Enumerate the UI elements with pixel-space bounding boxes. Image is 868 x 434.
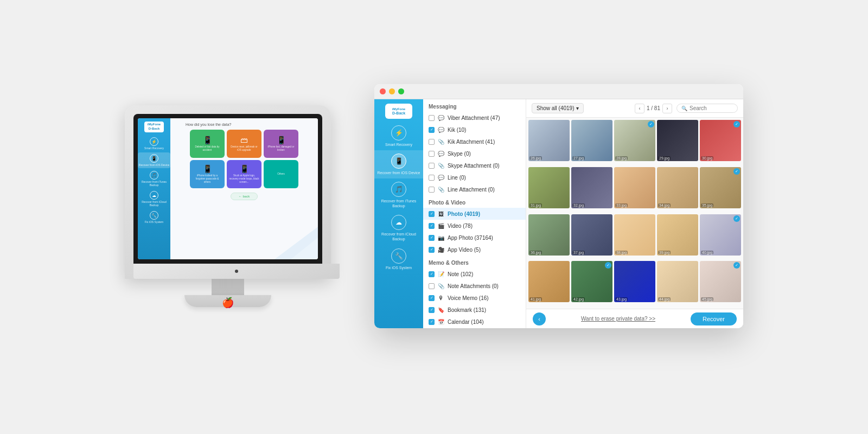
memo-section-header: Memo & Others bbox=[423, 256, 526, 268]
sidebar-item-ios-device[interactable]: 📱 Recover from iOS Device bbox=[138, 152, 170, 168]
back-button[interactable]: ← back bbox=[231, 193, 258, 200]
nav-ios-device[interactable]: 📱 Recover from iOS Device bbox=[374, 150, 423, 178]
ios-device-icon: 📱 bbox=[150, 154, 158, 163]
note-checkbox[interactable] bbox=[429, 271, 435, 277]
fix-ios-icon: 🔧 bbox=[150, 211, 158, 220]
app-photo-checkbox[interactable] bbox=[429, 235, 435, 241]
photo-thumb-38[interactable]: 38.jpg bbox=[614, 214, 655, 256]
tile-reset[interactable]: 🗃 Device reset, jailbreak or iOS upgrade bbox=[227, 130, 261, 158]
category-note-attachments[interactable]: 📎 Note Attachments (0) bbox=[423, 280, 526, 292]
video-checkbox[interactable] bbox=[429, 223, 435, 229]
tile-locked[interactable]: 📱 iPhone locked by a forgotten passcode … bbox=[190, 160, 225, 188]
window-content: iMyFone D-Back ⚡ Smart Recovery 📱 Recove… bbox=[374, 99, 743, 328]
category-app-photo[interactable]: 📷 App Photo (37164) bbox=[423, 232, 526, 244]
category-video[interactable]: 🎬 Video (78) bbox=[423, 220, 526, 232]
prev-page-button[interactable]: ‹ bbox=[635, 104, 644, 113]
question-text: How did you lose the data? bbox=[186, 123, 231, 126]
nav-label: Smart Recovery bbox=[385, 142, 412, 147]
category-kik-attachment[interactable]: 📎 Kik Attachment (41) bbox=[423, 136, 526, 148]
calendar-checkbox[interactable] bbox=[429, 319, 435, 325]
imac-stand-base: 🍎 bbox=[184, 295, 271, 307]
category-voice-memo[interactable]: 🎙 Voice Memo (16) bbox=[423, 292, 526, 304]
photo-thumb-26[interactable]: 26.jpg bbox=[528, 120, 570, 161]
photo-thumb-41[interactable]: 41.jpg bbox=[528, 261, 570, 302]
app-video-checkbox[interactable] bbox=[429, 247, 435, 253]
photo-thumb-44[interactable]: 44.jpg bbox=[657, 261, 698, 302]
note-attachments-label: Note Attachments (0) bbox=[448, 283, 520, 289]
icloud-nav-icon: ☁ bbox=[391, 215, 406, 230]
photo-thumb-30[interactable]: ✓ 30.jpg bbox=[700, 120, 741, 161]
photo-thumb-37[interactable]: 37.jpg bbox=[571, 214, 612, 256]
photo-thumb-36[interactable]: 36.jpg bbox=[528, 214, 570, 256]
line-attachment-checkbox[interactable] bbox=[429, 187, 435, 193]
note-attachments-checkbox[interactable] bbox=[429, 283, 435, 289]
category-line-attachment[interactable]: 📎 Line Attachment (0) bbox=[423, 183, 526, 195]
photo-thumb-28[interactable]: ✓ 28.jpg bbox=[614, 120, 655, 161]
category-photo[interactable]: 🖼 Photo (4019) bbox=[423, 208, 526, 220]
show-all-dropdown[interactable]: Show all (4019) ▾ bbox=[532, 103, 584, 113]
kik-attachment-checkbox[interactable] bbox=[429, 139, 435, 145]
category-line[interactable]: 💬 Line (0) bbox=[423, 171, 526, 183]
tile-stuck[interactable]: 📱 Stuck at Apple logo, recovery mode loo… bbox=[227, 160, 261, 188]
photo-thumb-34[interactable]: 34.jpg bbox=[657, 167, 698, 208]
photo-thumb-35[interactable]: ✓ 35.jpg bbox=[700, 167, 741, 208]
category-kik[interactable]: 💬 Kik (10) bbox=[423, 124, 526, 136]
photo-thumb-32[interactable]: 32.jpg bbox=[571, 167, 612, 208]
decorative-triangle bbox=[275, 227, 318, 259]
viber-checkbox[interactable] bbox=[429, 115, 435, 121]
sidebar-label: Recover from iOS Device bbox=[139, 163, 169, 167]
sidebar-item-smart-recovery[interactable]: ⚡ Smart Recovery bbox=[138, 136, 170, 151]
tile-icon: 📱 bbox=[277, 136, 286, 144]
tile-other[interactable]: Others bbox=[264, 160, 298, 188]
apple-logo: 🍎 bbox=[184, 295, 271, 310]
sidebar-label: Recover from iTunes Backup bbox=[138, 180, 170, 187]
category-note[interactable]: 📝 Note (102) bbox=[423, 268, 526, 280]
photo-thumb-43[interactable]: 43.jpg bbox=[614, 261, 655, 302]
sidebar-item-fix-ios[interactable]: 🔧 Fix iOS System bbox=[138, 209, 170, 225]
tiles-grid: 📱 Deleted or lost data by accident 🗃 Dev… bbox=[190, 130, 298, 188]
category-skype-attachment[interactable]: 📎 Skype Attachment (0) bbox=[423, 159, 526, 171]
photo-check: ✓ bbox=[648, 121, 654, 127]
sidebar-item-itunes[interactable]: 🎵 Recover from iTunes Backup bbox=[138, 169, 170, 188]
photo-filename: 30.jpg bbox=[701, 156, 713, 160]
sidebar-item-icloud[interactable]: ☁ Recover from iCloud Backup bbox=[138, 189, 170, 208]
erase-data-link[interactable]: Want to erase private data? >> bbox=[546, 316, 691, 322]
close-button[interactable] bbox=[380, 88, 386, 94]
line-checkbox[interactable] bbox=[429, 175, 435, 181]
skype-checkbox[interactable] bbox=[429, 151, 435, 157]
photo-thumb-45[interactable]: ✓ 45.jpg bbox=[700, 261, 741, 302]
photo-image bbox=[528, 261, 570, 302]
photo-thumb-31[interactable]: 31.jpg bbox=[528, 167, 570, 208]
photo-thumb-42[interactable]: ✓ 42.jpg bbox=[571, 261, 612, 302]
category-bookmark[interactable]: 🔖 Bookmark (131) bbox=[423, 304, 526, 316]
back-nav-button[interactable]: ‹ bbox=[533, 312, 546, 326]
tile-accident[interactable]: 📱 Deleted or lost data by accident bbox=[190, 130, 225, 158]
kik-checkbox[interactable] bbox=[429, 127, 435, 133]
photo-thumb-29[interactable]: 29.jpg bbox=[657, 120, 698, 161]
skype-attachment-checkbox[interactable] bbox=[429, 163, 435, 169]
category-app-video[interactable]: 🎥 App Video (5) bbox=[423, 244, 526, 256]
photo-thumb-33[interactable]: 33.jpg bbox=[614, 167, 655, 208]
photo-thumb-39[interactable]: 39.jpg bbox=[657, 214, 698, 256]
photo-checkbox[interactable] bbox=[429, 211, 435, 217]
category-reminder[interactable]: ⏰ Reminder (325) bbox=[423, 328, 526, 328]
nav-fix-ios[interactable]: 🔧 Fix iOS System bbox=[374, 245, 423, 273]
nav-icloud[interactable]: ☁ Recover from iCloud Backup bbox=[374, 212, 423, 245]
voice-memo-checkbox[interactable] bbox=[429, 295, 435, 301]
maximize-button[interactable] bbox=[398, 88, 404, 94]
recover-button[interactable]: Recover bbox=[691, 312, 737, 326]
category-viber-attachment[interactable]: 💬 Viber Attachment (47) bbox=[423, 112, 526, 124]
category-calendar[interactable]: 📅 Calendar (104) bbox=[423, 316, 526, 328]
photo-thumb-40[interactable]: ✓ 40.jpg bbox=[700, 214, 741, 256]
category-skype[interactable]: 💬 Skype (0) bbox=[423, 148, 526, 159]
nav-itunes[interactable]: 🎵 Recover from iTunes Backup bbox=[374, 178, 423, 212]
imac-body: iMyFoneD-Back ⚡ Smart Recovery 📱 Recover… bbox=[125, 105, 331, 279]
bookmark-checkbox[interactable] bbox=[429, 307, 435, 313]
photo-thumb-27[interactable]: 27.jpg bbox=[571, 120, 612, 161]
photo-image bbox=[614, 261, 655, 302]
search-input[interactable] bbox=[690, 105, 733, 111]
next-page-button[interactable]: › bbox=[662, 104, 672, 113]
minimize-button[interactable] bbox=[389, 88, 395, 94]
tile-broken[interactable]: 📱 iPhone lost, damaged or broken bbox=[264, 130, 298, 158]
nav-smart-recovery[interactable]: ⚡ Smart Recovery bbox=[374, 122, 423, 150]
